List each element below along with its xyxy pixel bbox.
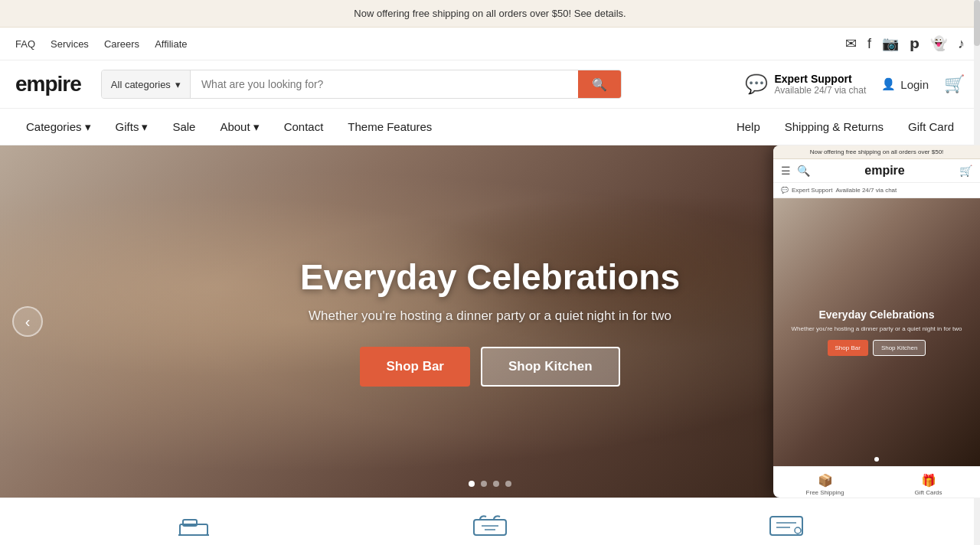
feature-item-2 [342,514,639,544]
main-nav: Categories ▾ Gifts ▾ Sale About ▾ Contac… [0,109,980,145]
svg-rect-4 [474,520,506,535]
main-nav-right: Help Shipping & Returns Gift Card [726,109,965,144]
chevron-left-icon: ‹ [25,313,31,331]
feature-icon-2 [472,514,508,544]
hero-content: Everyday Celebrations Whether you're hos… [300,256,680,387]
facebook-icon[interactable]: f [867,36,871,52]
mobile-preview-panel: Now offering free shipping on all orders… [773,145,980,498]
faq-link[interactable]: FAQ [15,38,35,50]
chat-icon: 💬 [745,73,768,95]
search-category-dropdown[interactable]: All categories ▾ [102,70,191,98]
utility-nav: FAQ Services Careers Affiliate ✉ f 📷 𝗽 👻… [0,28,980,60]
mobile-support: 💬 Expert Support Available 24/7 via chat [773,183,980,198]
search-button[interactable]: 🔍 [578,70,621,98]
shop-bar-button[interactable]: Shop Bar [360,347,470,387]
careers-link[interactable]: Careers [104,38,139,50]
about-chevron: ▾ [253,120,260,134]
mobile-chat-icon: 💬 [781,187,789,194]
mobile-hero: Everyday Celebrations Whether you're hos… [773,198,980,466]
search-wrapper: All categories ▾ 🔍 [101,70,622,99]
main-header: empire All categories ▾ 🔍 💬 Expert Suppo… [0,60,980,109]
header-actions: 💬 Expert Support Available 24/7 via chat… [745,73,965,96]
hero-dot-2[interactable] [481,481,487,487]
mobile-giftcard-icon: 🎁 [877,473,980,488]
utility-nav-left: FAQ Services Careers Affiliate [15,38,188,50]
mobile-support-sub: Available 24/7 via chat [835,187,897,194]
scrollbar-thumb[interactable] [974,0,980,46]
announcement-text: Now offering free shipping on all orders… [354,8,626,19]
expert-support-text: Expert Support Available 24/7 via chat [774,73,866,96]
utility-nav-right: ✉ f 📷 𝗽 👻 ♪ [845,35,965,52]
hero-dot-4[interactable] [505,481,511,487]
search-input[interactable] [191,70,578,98]
cart-icon: 🛒 [944,74,965,93]
email-icon[interactable]: ✉ [845,35,857,52]
expert-support-title: Expert Support [774,73,866,85]
hero-dots [469,481,511,487]
mobile-footer: 📦 Free Shipping 🎁 Gift Cards [773,466,980,498]
mobile-hero-dot [874,457,879,462]
nav-gift-card[interactable]: Gift Card [897,109,965,144]
logo[interactable]: empire [15,72,81,96]
cart-button[interactable]: 🛒 [944,74,965,94]
nav-categories[interactable]: Categories ▾ [15,109,102,145]
login-label: Login [900,78,929,91]
chevron-down-icon: ▾ [175,79,181,90]
feature-icon-1 [178,514,209,544]
mobile-shipping-label: Free Shipping [806,489,844,496]
shop-kitchen-button[interactable]: Shop Kitchen [481,347,620,387]
mobile-footer-shipping: 📦 Free Shipping [773,473,877,496]
services-link[interactable]: Services [51,38,89,50]
mobile-shipping-icon: 📦 [773,473,877,488]
feature-icon-3 [769,514,804,544]
main-nav-left: Categories ▾ Gifts ▾ Sale About ▾ Contac… [15,109,443,145]
announcement-bar: Now offering free shipping on all orders… [0,0,980,28]
nav-shipping-returns[interactable]: Shipping & Returns [774,109,894,144]
mobile-support-label: Expert Support [792,187,832,194]
mobile-announcement: Now offering free shipping on all orders… [810,148,944,155]
nav-about[interactable]: About ▾ [209,109,270,145]
feature-item-3 [638,514,934,544]
user-icon: 👤 [881,77,896,91]
tiktok-icon[interactable]: ♪ [958,36,965,52]
nav-help[interactable]: Help [726,109,771,144]
mobile-logo: empire [864,164,904,178]
feature-item-1 [46,514,342,544]
expert-support-subtitle: Available 24/7 via chat [774,85,866,96]
mobile-shop-bar-button[interactable]: Shop Bar [828,340,868,356]
pinterest-icon[interactable]: 𝗽 [910,35,920,52]
mobile-hero-sub: Whether you're hosting a dinner party or… [792,325,962,332]
mobile-footer-giftcards: 🎁 Gift Cards [877,473,980,496]
nav-gifts[interactable]: Gifts ▾ [105,109,159,145]
nav-contact[interactable]: Contact [273,109,335,144]
svg-point-10 [795,527,801,534]
snapchat-icon[interactable]: 👻 [930,35,947,52]
hero-prev-button[interactable]: ‹ [12,306,43,337]
mobile-hero-title: Everyday Celebrations [792,308,962,321]
mobile-top-bar: Now offering free shipping on all orders… [773,145,980,159]
hero-section: ‹ Everyday Celebrations Whether you're h… [0,145,980,498]
mobile-menu-icon[interactable]: ☰ [781,165,791,177]
mobile-search-icon[interactable]: 🔍 [797,165,810,177]
mobile-giftcard-label: Gift Cards [914,489,942,496]
nav-sale[interactable]: Sale [162,109,206,144]
expert-support[interactable]: 💬 Expert Support Available 24/7 via chat [745,73,866,96]
search-icon: 🔍 [592,78,607,91]
affiliate-link[interactable]: Affiliate [155,38,187,50]
hero-buttons: Shop Bar Shop Kitchen [300,347,680,387]
hero-title: Everyday Celebrations [300,256,680,298]
hero-dot-1[interactable] [469,481,475,487]
mobile-hero-content: Everyday Celebrations Whether you're hos… [784,301,970,364]
mobile-hero-buttons: Shop Bar Shop Kitchen [792,340,962,356]
mobile-header: ☰ 🔍 empire 🛒 [773,159,980,183]
mobile-inner: Now offering free shipping on all orders… [773,145,980,498]
login-button[interactable]: 👤 Login [881,77,929,91]
mobile-cart-icon[interactable]: 🛒 [959,165,972,177]
search-category-label: All categories [111,79,171,90]
instagram-icon[interactable]: 📷 [882,35,899,52]
hero-subtitle: Whether you're hosting a dinner party or… [300,308,680,324]
svg-rect-7 [770,517,802,535]
hero-dot-3[interactable] [493,481,499,487]
mobile-shop-kitchen-button[interactable]: Shop Kitchen [873,340,926,356]
nav-theme-features[interactable]: Theme Features [337,109,443,144]
